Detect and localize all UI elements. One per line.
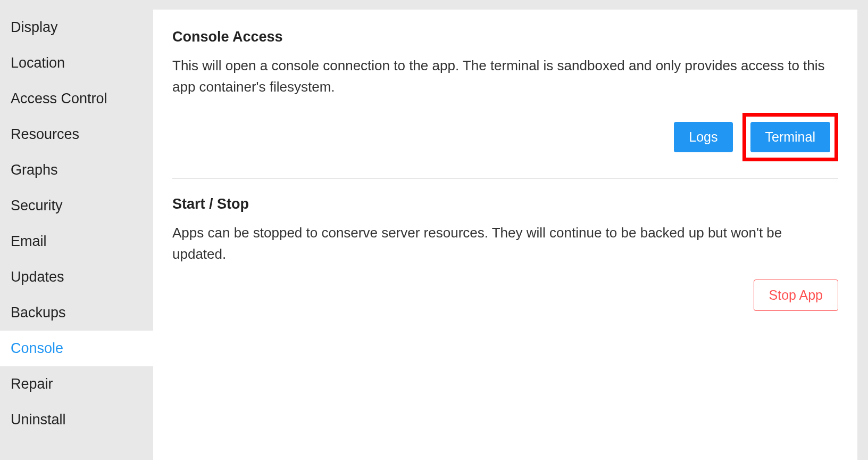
app-settings-page: Display Location Access Control Resource… bbox=[0, 0, 868, 460]
sidebar-item-label: Console bbox=[11, 340, 63, 356]
highlight-annotation: Terminal bbox=[742, 113, 838, 161]
sidebar-item-security[interactable]: Security bbox=[0, 188, 153, 224]
sidebar-item-repair[interactable]: Repair bbox=[0, 366, 153, 402]
start-stop-heading: Start / Stop bbox=[172, 196, 838, 212]
sidebar-item-label: Backups bbox=[11, 305, 66, 321]
stop-app-button[interactable]: Stop App bbox=[754, 280, 838, 311]
sidebar-item-label: Repair bbox=[11, 376, 53, 392]
sidebar-item-console[interactable]: Console bbox=[0, 331, 153, 366]
sidebar-item-label: Graphs bbox=[11, 162, 58, 178]
sidebar-item-display[interactable]: Display bbox=[0, 10, 153, 45]
console-access-buttons: Logs Terminal bbox=[172, 113, 838, 161]
sidebar-item-label: Email bbox=[11, 233, 47, 249]
start-stop-section: Start / Stop Apps can be stopped to cons… bbox=[172, 178, 838, 328]
sidebar-item-label: Updates bbox=[11, 269, 64, 285]
sidebar-item-resources[interactable]: Resources bbox=[0, 117, 153, 152]
main-content: Console Access This will open a console … bbox=[153, 10, 857, 460]
sidebar-item-label: Access Control bbox=[11, 91, 107, 106]
sidebar-item-updates[interactable]: Updates bbox=[0, 259, 153, 295]
sidebar-item-label: Resources bbox=[11, 126, 79, 142]
sidebar-item-location[interactable]: Location bbox=[0, 45, 153, 81]
sidebar-item-email[interactable]: Email bbox=[0, 224, 153, 259]
sidebar-item-access-control[interactable]: Access Control bbox=[0, 81, 153, 117]
start-stop-description: Apps can be stopped to conserve server r… bbox=[172, 222, 838, 265]
console-access-description: This will open a console connection to t… bbox=[172, 55, 838, 98]
sidebar: Display Location Access Control Resource… bbox=[0, 10, 153, 460]
terminal-button[interactable]: Terminal bbox=[750, 122, 830, 152]
sidebar-item-label: Display bbox=[11, 19, 58, 35]
sidebar-item-label: Security bbox=[11, 198, 63, 213]
start-stop-buttons: Stop App bbox=[172, 280, 838, 311]
sidebar-item-uninstall[interactable]: Uninstall bbox=[0, 402, 153, 438]
logs-button[interactable]: Logs bbox=[674, 122, 732, 152]
sidebar-item-graphs[interactable]: Graphs bbox=[0, 152, 153, 188]
sidebar-item-label: Location bbox=[11, 55, 65, 71]
console-access-section: Console Access This will open a console … bbox=[172, 29, 838, 178]
sidebar-item-label: Uninstall bbox=[11, 412, 66, 428]
sidebar-item-backups[interactable]: Backups bbox=[0, 295, 153, 331]
console-access-heading: Console Access bbox=[172, 29, 838, 45]
